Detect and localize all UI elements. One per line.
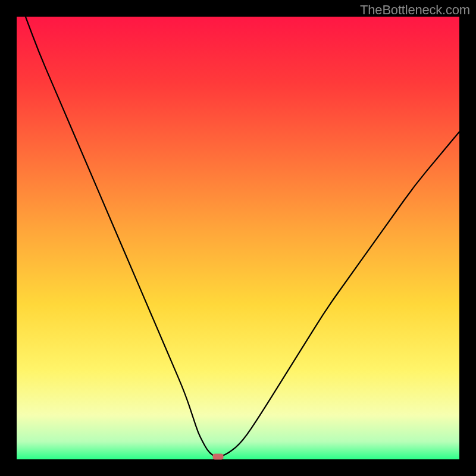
chart-canvas [0, 0, 476, 476]
optimal-marker [213, 454, 224, 460]
watermark-text: TheBottleneck.com [360, 2, 470, 18]
plot-background [17, 17, 459, 459]
bottleneck-chart: TheBottleneck.com [0, 0, 476, 476]
